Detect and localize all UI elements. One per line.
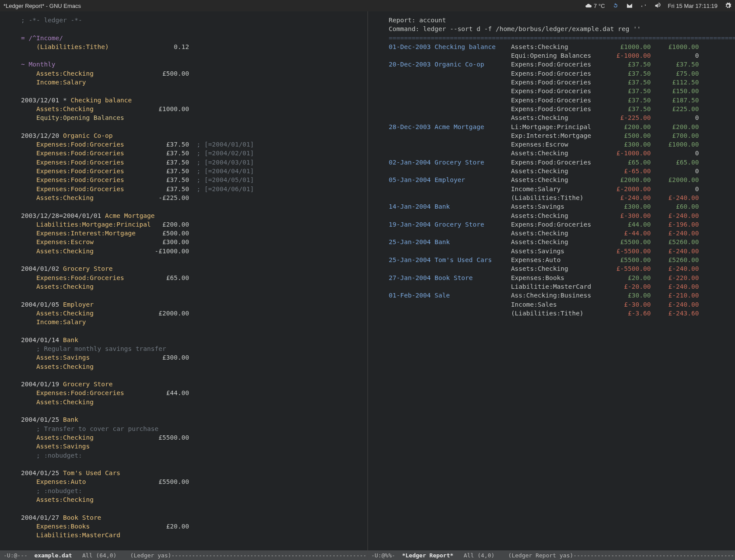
row-date: 01-Feb-2004 bbox=[389, 292, 435, 299]
row-payee: Book Store bbox=[434, 274, 511, 281]
ledger-report-buffer[interactable]: Report: account Command: ledger --sort d… bbox=[368, 11, 735, 550]
row-account: Assets:Checking bbox=[511, 176, 603, 183]
row-running: £1000.00 bbox=[651, 42, 699, 51]
posting-amount: -£225.00 bbox=[151, 194, 189, 201]
posting-comment: ; [=2004/06/01] bbox=[189, 186, 254, 192]
row-amount: £37.50 bbox=[602, 87, 651, 95]
posting-amount: £300.00 bbox=[151, 354, 189, 361]
posting-account: Assets:Checking bbox=[36, 496, 151, 503]
row-date bbox=[389, 248, 435, 255]
row-payee bbox=[434, 194, 511, 201]
network-icon[interactable] bbox=[640, 2, 647, 9]
row-date: 19-Jan-2004 bbox=[389, 221, 435, 228]
posting-account: Assets:Checking bbox=[36, 310, 151, 317]
row-running: £200.00 bbox=[651, 122, 699, 131]
row-payee bbox=[434, 310, 511, 317]
posting-amount: £37.50 bbox=[151, 168, 189, 175]
row-date bbox=[389, 301, 435, 308]
row-amount: £-30.00 bbox=[602, 300, 651, 309]
row-amount: £-225.00 bbox=[602, 113, 651, 122]
line: ; -*- ledger -*- bbox=[21, 17, 82, 24]
row-date bbox=[389, 230, 435, 237]
row-running: £187.50 bbox=[651, 96, 699, 105]
row-running: £-240.00 bbox=[651, 193, 699, 202]
posting-account: Expenses:Auto bbox=[36, 478, 151, 485]
report-row: Assets:Checking £-65.000 bbox=[389, 167, 728, 175]
row-amount: £37.50 bbox=[602, 96, 651, 105]
posting-amount: £5500.00 bbox=[151, 434, 189, 441]
report-row: Expens:Food:Groceries £37.50£75.00 bbox=[389, 69, 728, 78]
row-running: £-243.60 bbox=[651, 309, 699, 318]
ledger-source-buffer[interactable]: ; -*- ledger -*- = /^Income/ (Liabilitie… bbox=[0, 11, 368, 550]
mail-icon[interactable] bbox=[626, 2, 633, 9]
window-title: *Ledger Report* - GNU Emacs bbox=[4, 3, 81, 9]
row-account: Assets:Checking bbox=[511, 230, 603, 237]
row-amount: £37.50 bbox=[602, 60, 651, 69]
settings-icon[interactable] bbox=[724, 2, 732, 9]
row-payee: Bank bbox=[434, 238, 511, 245]
row-date bbox=[389, 52, 435, 59]
row-date bbox=[389, 141, 435, 148]
row-amount: £300.00 bbox=[602, 140, 651, 149]
row-account: Expens:Food:Groceries bbox=[511, 79, 603, 86]
weather-widget[interactable]: 7 °C bbox=[585, 2, 605, 9]
volume-icon[interactable] bbox=[654, 2, 661, 9]
txn-date: 2004/01/25 bbox=[21, 416, 59, 423]
posting-comment: ; Regular monthly savings transfer bbox=[36, 345, 166, 352]
txn-date: 2004/01/05 bbox=[21, 301, 59, 308]
posting-amount: £37.50 bbox=[151, 150, 189, 157]
report-row: 25-Jan-2004 Tom's Used Cars Expenses:Aut… bbox=[389, 256, 728, 264]
row-amount: £-44.00 bbox=[602, 229, 651, 238]
row-date: 27-Jan-2004 bbox=[389, 274, 435, 281]
report-row: 01-Feb-2004 Sale Ass:Checking:Business £… bbox=[389, 291, 728, 300]
row-date bbox=[389, 212, 435, 219]
report-row: 28-Dec-2003 Acme Mortgage Li:Mortgage:Pr… bbox=[389, 122, 728, 131]
posting-account: Expenses:Food:Groceries bbox=[36, 168, 151, 175]
row-payee bbox=[434, 79, 511, 86]
row-payee bbox=[434, 186, 511, 192]
posting-account: (Liabilities:Tithe) bbox=[36, 43, 151, 50]
posting-amount: £2000.00 bbox=[151, 310, 189, 317]
row-payee bbox=[434, 132, 511, 139]
report-row: Equi:Opening Balances £-1000.000 bbox=[389, 51, 728, 60]
row-running: £112.50 bbox=[651, 78, 699, 87]
row-amount: £-1000.00 bbox=[602, 51, 651, 60]
report-command: Command: ledger --sort d -f /home/borbus… bbox=[389, 25, 641, 32]
row-amount: £44.00 bbox=[602, 220, 651, 229]
row-running: 0 bbox=[651, 149, 699, 158]
row-account: Expens:Food:Groceries bbox=[511, 159, 603, 166]
row-account: Assets:Savings bbox=[511, 203, 603, 210]
posting-account: Expenses:Food:Groceries bbox=[36, 141, 151, 148]
row-date bbox=[389, 283, 435, 290]
report-row: Assets:Checking £-5500.00£-240.00 bbox=[389, 264, 728, 273]
refresh-icon[interactable] bbox=[612, 2, 619, 9]
row-account: Ass:Checking:Business bbox=[511, 292, 603, 299]
posting-comment: ; [=2004/02/01] bbox=[189, 150, 254, 157]
row-account: Assets:Checking bbox=[511, 265, 603, 272]
row-payee bbox=[434, 265, 511, 272]
txn-payee: Grocery Store bbox=[63, 265, 113, 272]
row-account: Expens:Food:Groceries bbox=[511, 221, 603, 228]
row-date bbox=[389, 88, 435, 94]
posting-comment: ; [=2004/05/01] bbox=[189, 176, 254, 183]
row-running: £-196.00 bbox=[651, 220, 699, 229]
row-date bbox=[389, 79, 435, 86]
row-account: Assets:Savings bbox=[511, 248, 603, 255]
row-account: Assets:Checking bbox=[511, 238, 603, 245]
row-payee: Checking balance bbox=[434, 43, 511, 50]
left-modeline: -U:@--- example.dat All (64,0) (Ledger y… bbox=[0, 550, 368, 560]
row-account: Assets:Checking bbox=[511, 212, 603, 219]
row-amount: £2000.00 bbox=[602, 175, 651, 184]
posting-comment: ; [=2004/01/01] bbox=[189, 141, 254, 148]
posting-comment: ; :nobudget: bbox=[36, 452, 82, 459]
posting-account: Income:Salary bbox=[36, 318, 151, 326]
row-amount: £-20.00 bbox=[602, 282, 651, 291]
posting-account: Assets:Checking bbox=[36, 399, 151, 406]
right-modeline: -U:@%%- *Ledger Report* All (4,0) (Ledge… bbox=[368, 550, 735, 560]
row-running: £-240.00 bbox=[651, 300, 699, 309]
row-running: £150.00 bbox=[651, 87, 699, 95]
row-date bbox=[389, 105, 435, 112]
posting-account: Assets:Checking bbox=[36, 248, 151, 255]
row-payee bbox=[434, 248, 511, 255]
row-payee: Grocery Store bbox=[434, 221, 511, 228]
